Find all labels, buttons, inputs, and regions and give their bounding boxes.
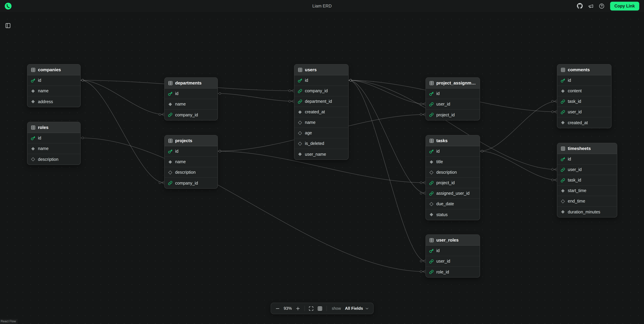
table-header[interactable]: timesheets [557, 143, 617, 154]
erd-canvas[interactable] [0, 12, 644, 324]
column-row-roles-description[interactable]: description [28, 154, 80, 165]
table-node-departments[interactable]: departmentsidnamecompany_id [164, 77, 218, 120]
column-name: company_id [305, 89, 328, 93]
table-header[interactable]: roles [28, 122, 80, 133]
help-icon[interactable] [597, 2, 606, 10]
diamond-outline-icon [429, 202, 434, 206]
column-row-departments-company_id[interactable]: company_id [165, 110, 218, 120]
canvas-toolbar: 93% show All Fields [270, 303, 374, 314]
zoom-in-icon[interactable] [294, 304, 302, 312]
table-header[interactable]: user_roles [426, 235, 480, 246]
column-row-users-company_id[interactable]: company_id [294, 86, 348, 96]
column-row-comments-content[interactable]: content [557, 86, 611, 96]
table-node-user_roles[interactable]: user_rolesiduser_idrole_id [426, 234, 480, 277]
column-row-timesheets-id[interactable]: id [557, 154, 617, 165]
column-name: start_time [568, 188, 586, 193]
column-row-projects-company_id[interactable]: company_id [165, 178, 218, 188]
table-node-users[interactable]: usersidcompany_iddepartment_idcreated_at… [294, 64, 348, 160]
fit-view-icon[interactable] [307, 304, 315, 312]
table-node-comments[interactable]: commentsidcontenttask_iduser_idcreated_a… [557, 64, 612, 128]
column-row-timesheets-start_time[interactable]: start_time [557, 186, 617, 196]
column-row-users-department_id[interactable]: department_id [294, 96, 348, 107]
column-row-projects-description[interactable]: description [165, 167, 218, 178]
github-icon[interactable] [576, 2, 584, 10]
column-row-tasks-assigned_user_id[interactable]: assigned_user_id [426, 188, 480, 199]
column-row-timesheets-duration_minutes[interactable]: duration_minutes [557, 207, 617, 217]
column-name: created_at [568, 120, 588, 125]
column-row-tasks-title[interactable]: title [426, 157, 480, 167]
column-row-projects-name[interactable]: name [165, 157, 218, 167]
column-row-tasks-project_id[interactable]: project_id [426, 178, 480, 188]
table-header[interactable]: departments [165, 78, 218, 89]
column-row-comments-user_id[interactable]: user_id [557, 107, 611, 117]
column-row-users-age[interactable]: age [294, 128, 348, 138]
liam-logo-icon[interactable] [5, 3, 12, 9]
table-header[interactable]: tasks [426, 135, 480, 146]
table-node-project_assignments[interactable]: project_assignmentsiduser_idproject_id [426, 77, 480, 120]
column-row-users-id[interactable]: id [294, 75, 348, 86]
foreign-key-link-icon [429, 270, 434, 274]
column-row-departments-name[interactable]: name [165, 99, 218, 110]
app-header: Liam ERD Copy Link [0, 0, 644, 12]
column-row-tasks-id[interactable]: id [426, 146, 480, 157]
column-name: created_at [305, 110, 325, 114]
column-row-user_roles-id[interactable]: id [426, 246, 480, 256]
table-icon [31, 67, 36, 72]
column-row-projects-id[interactable]: id [165, 146, 218, 157]
column-row-user_roles-user_id[interactable]: user_id [426, 256, 480, 267]
foreign-key-link-icon [168, 181, 172, 185]
foreign-key-link-icon [429, 102, 434, 106]
column-name: task_id [568, 99, 581, 104]
column-row-tasks-due_date[interactable]: due_date [426, 199, 480, 209]
column-row-departments-id[interactable]: id [165, 89, 218, 99]
table-node-projects[interactable]: projectsidnamedescriptioncompany_id [164, 135, 218, 189]
panel-left-toggle-icon[interactable] [4, 21, 12, 30]
table-header[interactable]: project_assignments [426, 78, 480, 89]
column-row-companies-name[interactable]: name [28, 86, 80, 96]
column-row-users-is_deleted[interactable]: is_deleted [294, 138, 348, 149]
table-node-timesheets[interactable]: timesheetsiduser_idtask_idstart_timeend_… [557, 143, 617, 218]
column-row-roles-name[interactable]: name [28, 143, 80, 154]
table-header[interactable]: comments [557, 64, 611, 75]
column-row-project_assignments-project_id[interactable]: project_id [426, 110, 480, 120]
column-row-comments-id[interactable]: id [557, 75, 611, 86]
header-actions: Copy Link [576, 2, 639, 10]
column-row-project_assignments-user_id[interactable]: user_id [426, 99, 480, 110]
table-node-companies[interactable]: companiesidnameaddress [27, 64, 81, 107]
column-name: is_deleted [305, 141, 324, 146]
column-row-project_assignments-id[interactable]: id [426, 89, 480, 99]
table-header[interactable]: projects [165, 135, 218, 146]
zoom-out-icon[interactable] [274, 304, 282, 312]
show-mode-select[interactable]: All Fields [344, 305, 370, 312]
table-header[interactable]: companies [28, 64, 80, 75]
diamond-outline-icon [31, 157, 35, 161]
column-row-timesheets-end_time[interactable]: end_time [557, 196, 617, 207]
table-header[interactable]: users [294, 64, 348, 75]
column-name: end_time [568, 199, 585, 204]
column-name: id [38, 136, 41, 140]
column-row-users-name[interactable]: name [294, 117, 348, 128]
copy-link-button[interactable]: Copy Link [610, 2, 639, 10]
column-row-users-user_name[interactable]: user_name [294, 149, 348, 159]
diamond-icon [429, 160, 434, 164]
column-row-timesheets-task_id[interactable]: task_id [557, 175, 617, 186]
column-row-companies-id[interactable]: id [28, 75, 80, 86]
table-node-roles[interactable]: rolesidnamedescription [27, 122, 81, 165]
column-row-tasks-status[interactable]: status [426, 209, 480, 220]
tidy-up-grid-icon[interactable] [316, 304, 324, 312]
column-row-user_roles-role_id[interactable]: role_id [426, 267, 480, 277]
column-row-timesheets-user_id[interactable]: user_id [557, 165, 617, 175]
megaphone-icon[interactable] [586, 2, 595, 10]
table-name: users [305, 67, 316, 72]
table-icon [168, 81, 173, 85]
column-row-tasks-description[interactable]: description [426, 167, 480, 178]
column-row-users-created_at[interactable]: created_at [294, 107, 348, 117]
column-name: company_id [175, 112, 198, 117]
column-row-companies-address[interactable]: address [28, 96, 80, 107]
column-name: id [436, 149, 440, 154]
column-row-comments-task_id[interactable]: task_id [557, 96, 611, 107]
table-name: companies [38, 67, 61, 72]
table-node-tasks[interactable]: tasksidtitledescriptionproject_idassigne… [426, 135, 480, 220]
column-row-comments-created_at[interactable]: created_at [557, 117, 611, 128]
column-row-roles-id[interactable]: id [28, 133, 80, 143]
